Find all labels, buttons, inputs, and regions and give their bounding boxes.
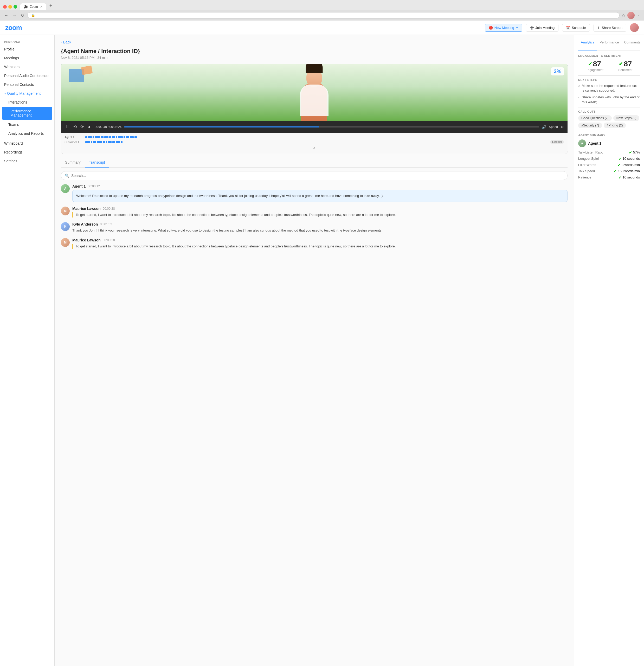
sidebar-item-webinars[interactable]: Webinars bbox=[0, 63, 54, 71]
traffic-lights bbox=[3, 5, 17, 10]
metric-check-4: ✔ bbox=[619, 175, 622, 179]
play-pause-button[interactable]: ⏸ bbox=[65, 124, 70, 130]
whiteboard-label: Whiteboard bbox=[4, 141, 23, 145]
sidebar-item-interactions[interactable]: Interactions bbox=[0, 98, 54, 107]
video-container: 3% ⏸ ⟲ ⟳ ⏭ 00:02:48 / 00:03:24 bbox=[61, 64, 568, 154]
new-meeting-button[interactable]: 🔴 New Meeting ▼ bbox=[485, 24, 522, 32]
share-screen-label: Share Screen bbox=[602, 26, 623, 30]
right-tab-analytics[interactable]: Analytics bbox=[578, 38, 597, 51]
sidebar-item-whiteboard[interactable]: Whiteboard bbox=[0, 139, 54, 148]
volume-icon[interactable]: 🔊 bbox=[542, 125, 546, 129]
progress-bar[interactable] bbox=[124, 126, 539, 127]
current-time: 00:02:48 bbox=[95, 125, 107, 129]
sentiment-label: Sentiment bbox=[618, 68, 632, 72]
callouts-section: CALL OUTS Good Questions (7) Next Steps … bbox=[578, 110, 640, 128]
back-button[interactable]: ‹ Back bbox=[61, 40, 568, 44]
tab-favicon: 🎥 bbox=[24, 5, 28, 8]
callout-tag-next-steps[interactable]: Next Steps (2) bbox=[613, 115, 640, 121]
callout-tag-good-questions[interactable]: Good Questions (7) bbox=[578, 115, 612, 121]
message-2-speaker: Maurice Lawson bbox=[72, 207, 101, 211]
metric-longest-spiel-value: ✔ 10 seconds bbox=[619, 157, 640, 161]
sidebar-item-performance-management[interactable]: Performance Management bbox=[2, 107, 52, 120]
message-2-time: 00:00:28 bbox=[103, 207, 115, 210]
share-screen-button[interactable]: ⬆ Share Screen bbox=[593, 24, 627, 32]
right-tab-interaction-info[interactable]: Interaction Info bbox=[643, 38, 644, 51]
sidebar-item-profile[interactable]: Profile bbox=[0, 45, 54, 54]
step-circle-icon-1: ○ bbox=[578, 84, 580, 88]
timeline-customer-label: Customer 1 bbox=[65, 140, 85, 144]
tab-transcript[interactable]: Transcript bbox=[85, 158, 109, 168]
message-row-4: M Maurice Lawson 00:00:28 To get started… bbox=[61, 238, 568, 249]
sidebar-item-meetings[interactable]: Meetings bbox=[0, 54, 54, 63]
maurice2-avatar: M bbox=[61, 238, 70, 247]
metric-patience: Patience ✔ 10 seconds bbox=[578, 175, 640, 179]
divider-3 bbox=[578, 131, 640, 131]
sidebar-item-quality-management[interactable]: ∨ Quality Management bbox=[0, 89, 54, 98]
settings-gear-icon[interactable]: ⚙ bbox=[560, 125, 564, 129]
right-tab-performance[interactable]: Performance bbox=[597, 38, 621, 51]
sidebar-item-analytics[interactable]: Analytics and Reports bbox=[0, 129, 54, 138]
callouts-title: CALL OUTS bbox=[578, 110, 640, 113]
message-4-content: Maurice Lawson 00:00:28 To get started, … bbox=[72, 238, 568, 249]
metric-talk-speed: Talk Speed ✔ 160 words/min bbox=[578, 169, 640, 173]
callout-tag-security[interactable]: #Security (7) bbox=[578, 123, 602, 128]
next-steps-section: NEXT STEPS ○ Make sure the requested fea… bbox=[578, 78, 640, 105]
skip-button[interactable]: ⏭ bbox=[87, 124, 92, 130]
address-bar[interactable]: 🔒 bbox=[27, 12, 620, 18]
sidebar-item-personal-contacts[interactable]: Personal Contacts bbox=[0, 80, 54, 89]
callout-tag-pricing[interactable]: #Pricing (2) bbox=[604, 123, 626, 128]
right-panel-tabs: Analytics Performance Comments Interacti… bbox=[578, 38, 640, 51]
refresh-button[interactable]: ↻ bbox=[20, 13, 25, 18]
forward-button[interactable]: ⟳ bbox=[80, 124, 84, 130]
message-4-time: 00:00:28 bbox=[103, 238, 115, 242]
browser-tab[interactable]: 🎥 Zoom ✕ bbox=[20, 3, 46, 10]
back-nav-button[interactable]: ← bbox=[3, 13, 10, 18]
traffic-light-yellow[interactable] bbox=[8, 5, 12, 8]
metric-longest-spiel-label: Longest Spiel bbox=[578, 157, 599, 160]
join-meeting-button[interactable]: ➕ Join Meeting bbox=[526, 24, 559, 32]
next-step-2-text: Share updates with John by the end of th… bbox=[582, 95, 640, 104]
agent1-avatar: A bbox=[61, 184, 70, 193]
sidebar-item-personal-audio[interactable]: Personal Audio Conference bbox=[0, 71, 54, 80]
schedule-button[interactable]: 📅 Schedule bbox=[562, 24, 590, 32]
sentiment-check-icon: ✔ bbox=[619, 61, 623, 67]
traffic-light-red[interactable] bbox=[3, 5, 7, 8]
traffic-light-green[interactable] bbox=[14, 5, 17, 8]
external-tag: External bbox=[550, 140, 564, 144]
agent-summary-avatar: A bbox=[578, 139, 586, 147]
speed-label[interactable]: Speed bbox=[549, 125, 558, 129]
menu-icon[interactable]: ⋮ bbox=[637, 13, 641, 18]
next-step-1: ○ Make sure the requested feature xxx is… bbox=[578, 84, 640, 93]
engagement-score-value: ✔ 87 bbox=[586, 60, 604, 68]
dropdown-chevron-icon: ▼ bbox=[516, 26, 518, 29]
divider-2 bbox=[578, 107, 640, 107]
message-4-speaker: Maurice Lawson bbox=[72, 238, 101, 242]
timeline-collapse-button[interactable]: ∧ bbox=[65, 145, 564, 151]
metric-longest-spiel: Longest Spiel ✔ 10 seconds bbox=[578, 157, 640, 161]
sidebar-item-teams[interactable]: Teams bbox=[0, 120, 54, 129]
lock-icon: 🔒 bbox=[31, 14, 35, 17]
metric-talk-speed-label: Talk Speed bbox=[578, 169, 595, 173]
new-tab-button[interactable]: + bbox=[47, 2, 54, 10]
progress-fill bbox=[124, 126, 319, 127]
metric-talk-listen-label: Talk-Listen Ratio bbox=[578, 151, 603, 154]
zoom-logo: zoom bbox=[5, 24, 22, 32]
user-profile-avatar[interactable] bbox=[627, 12, 634, 19]
user-avatar[interactable] bbox=[630, 23, 639, 32]
center-panel: ‹ Back {Agent Name / Interaction ID} Nov… bbox=[55, 35, 574, 666]
tab-summary[interactable]: Summary bbox=[61, 158, 85, 168]
sidebar-item-recordings[interactable]: Recordings bbox=[0, 148, 54, 157]
metric-check-1: ✔ bbox=[619, 157, 622, 161]
bookmark-icon[interactable]: ☆ bbox=[622, 13, 625, 18]
sentiment-score-block: ✔ 87 Sentiment bbox=[618, 60, 632, 72]
rewind-button[interactable]: ⟲ bbox=[73, 124, 77, 130]
transcript-search-box[interactable]: 🔍 bbox=[61, 171, 568, 180]
tab-close-icon[interactable]: ✕ bbox=[40, 5, 43, 8]
kyle-avatar: K bbox=[61, 222, 70, 231]
transcript-search-input[interactable] bbox=[71, 174, 564, 178]
next-steps-title: NEXT STEPS bbox=[578, 78, 640, 82]
right-tab-comments[interactable]: Comments bbox=[621, 38, 643, 51]
sidebar-item-settings[interactable]: Settings bbox=[0, 157, 54, 165]
webinars-label: Webinars bbox=[4, 65, 19, 69]
forward-nav-button[interactable]: → bbox=[12, 13, 18, 18]
